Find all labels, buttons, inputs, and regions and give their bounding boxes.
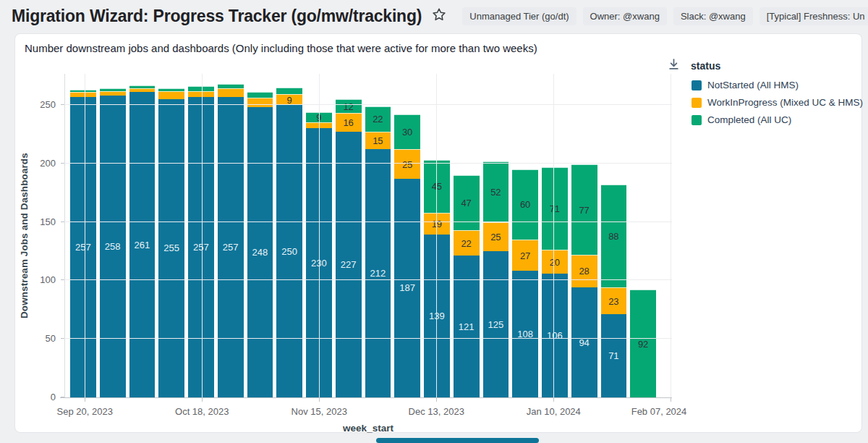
bar-segment-work-in-progress[interactable]: 9 xyxy=(276,94,302,105)
y-axis-line xyxy=(64,74,65,397)
bar-segment-work-in-progress[interactable] xyxy=(247,98,273,107)
legend-swatch-completed xyxy=(692,115,702,125)
page-title: Migration Wizard: Progress Tracker (go/m… xyxy=(12,7,422,26)
bar-segment-not-started[interactable]: 121 xyxy=(454,256,480,397)
x-tick-mark xyxy=(553,398,554,402)
page-header: Migration Wizard: Progress Tracker (go/m… xyxy=(0,0,868,32)
x-tick-label: Oct 18, 2023 xyxy=(175,406,229,417)
bar-segment-work-in-progress[interactable] xyxy=(218,88,244,96)
bar-segment-completed[interactable]: 12 xyxy=(336,99,362,113)
y-tick-mark xyxy=(61,222,64,222)
x-axis-title: week_start xyxy=(343,423,393,434)
bar-segment-work-in-progress[interactable]: 23 xyxy=(601,287,627,314)
bar: 1082760 xyxy=(512,169,538,397)
y-tick-mark xyxy=(61,104,64,105)
bar: 248 xyxy=(247,92,273,397)
bar-segment-not-started[interactable]: 94 xyxy=(571,287,597,397)
bar-segment-not-started[interactable]: 261 xyxy=(129,92,156,397)
x-tick-mark xyxy=(85,398,85,402)
favorite-star-button[interactable] xyxy=(431,7,447,25)
bar-segment-work-in-progress[interactable]: 27 xyxy=(512,240,538,271)
bar-segment-work-in-progress[interactable]: 22 xyxy=(454,230,480,256)
bar-segment-work-in-progress[interactable]: 16 xyxy=(336,113,362,132)
plot-area: Downstream Jobs and Dashboards week_star… xyxy=(64,74,672,397)
bar-segment-work-in-progress[interactable]: 25 xyxy=(394,149,420,178)
gridline-vertical xyxy=(202,74,203,397)
bar-segment-not-started[interactable]: 71 xyxy=(601,314,627,397)
y-tick-label: 50 xyxy=(28,333,56,344)
gridline-vertical xyxy=(553,74,554,397)
bar: 255 xyxy=(158,88,184,397)
horizontal-scrollbar-thumb[interactable] xyxy=(376,438,539,443)
x-tick-mark xyxy=(671,398,671,402)
y-tick-label: 100 xyxy=(28,274,56,285)
x-tick-label: Dec 13, 2023 xyxy=(409,406,464,417)
x-tick-label: Nov 15, 2023 xyxy=(292,406,347,417)
bar-segment-completed[interactable] xyxy=(276,88,302,95)
badge-owner[interactable]: Owner: @xwang xyxy=(583,7,667,25)
download-icon xyxy=(668,58,680,73)
badge-freshness[interactable]: [Typical] Freshness: Un xyxy=(760,7,868,25)
bar-segment-completed[interactable]: 77 xyxy=(571,164,597,254)
bar-segment-completed[interactable]: 92 xyxy=(630,290,656,397)
bar-segment-not-started[interactable]: 257 xyxy=(70,97,96,397)
bar-segment-completed[interactable]: 88 xyxy=(601,185,627,287)
bar-segment-not-started[interactable]: 106 xyxy=(542,274,568,397)
bar-segment-not-started[interactable]: 108 xyxy=(512,271,538,397)
bar-segment-work-in-progress[interactable] xyxy=(158,91,184,99)
gridline-horizontal xyxy=(64,279,672,280)
download-button[interactable] xyxy=(668,58,680,73)
bar-segment-not-started[interactable]: 227 xyxy=(336,132,362,397)
y-tick-label: 250 xyxy=(28,99,56,110)
bar-segment-completed[interactable]: 22 xyxy=(365,106,391,132)
bar: 257 xyxy=(188,86,214,397)
star-icon xyxy=(431,7,447,25)
legend-swatch-not-started xyxy=(692,80,702,90)
bar-segment-work-in-progress[interactable]: 15 xyxy=(365,132,391,149)
legend-item-completed[interactable]: Completed (All UC) xyxy=(692,114,863,125)
legend-item-not-started[interactable]: NotStarted (All HMS) xyxy=(692,80,863,90)
bar: 2271612 xyxy=(336,99,362,397)
bar: 257 xyxy=(70,90,96,397)
badge-slack[interactable]: Slack: @xwang xyxy=(673,7,753,25)
bar-segment-not-started[interactable]: 258 xyxy=(100,96,126,397)
bar-segment-work-in-progress[interactable]: 28 xyxy=(571,255,597,287)
bar-segment-not-started[interactable]: 187 xyxy=(394,179,420,397)
bar: 92 xyxy=(630,290,656,397)
y-tick-label: 150 xyxy=(28,216,56,227)
bar-segment-not-started[interactable]: 248 xyxy=(247,107,273,397)
legend-label: WorkInProgress (Mixed UC & HMS) xyxy=(707,97,863,108)
y-axis-title: Downstream Jobs and Dashboards xyxy=(17,74,31,397)
legend-item-work-in-progress[interactable]: WorkInProgress (Mixed UC & HMS) xyxy=(692,97,863,108)
bar-segment-not-started[interactable]: 257 xyxy=(188,97,214,397)
bar: 1872530 xyxy=(394,114,420,397)
x-tick-mark xyxy=(319,398,320,402)
bar-segment-completed[interactable]: 52 xyxy=(483,161,509,222)
bar-segment-not-started[interactable]: 255 xyxy=(158,99,184,397)
bar-segment-work-in-progress[interactable]: 20 xyxy=(542,250,568,273)
bar-segment-work-in-progress[interactable]: 25 xyxy=(483,222,509,251)
gridline-vertical xyxy=(436,74,437,397)
bar: 2509 xyxy=(276,88,302,397)
chart-title: Number downstream jobs and dashboards (O… xyxy=(25,42,537,54)
legend-label: NotStarted (All HMS) xyxy=(707,80,799,90)
bar-segment-not-started[interactable]: 257 xyxy=(218,97,244,397)
bar-segment-not-started[interactable]: 250 xyxy=(276,105,302,397)
metadata-badges: Unmanaged Tier (go/dt) Owner: @xwang Sla… xyxy=(462,7,868,25)
bar-segment-not-started[interactable]: 212 xyxy=(365,149,391,397)
bar-segment-completed[interactable]: 71 xyxy=(542,167,568,250)
bar-segment-work-in-progress[interactable] xyxy=(188,91,214,97)
y-tick-mark xyxy=(61,338,64,339)
bar: 1212247 xyxy=(454,175,480,397)
x-tick-mark xyxy=(202,398,203,402)
bar: 942877 xyxy=(571,164,597,397)
gridline-vertical xyxy=(319,74,320,397)
x-tick-mark xyxy=(436,398,437,402)
bar-segment-completed[interactable]: 60 xyxy=(512,169,538,240)
bar-segment-not-started[interactable]: 125 xyxy=(483,251,509,397)
bar: 2121522 xyxy=(365,106,391,397)
bar-segment-completed[interactable]: 30 xyxy=(394,114,420,149)
badge-tier[interactable]: Unmanaged Tier (go/dt) xyxy=(462,7,576,25)
bar-segment-completed[interactable] xyxy=(247,92,273,98)
bar: 712388 xyxy=(601,185,627,397)
